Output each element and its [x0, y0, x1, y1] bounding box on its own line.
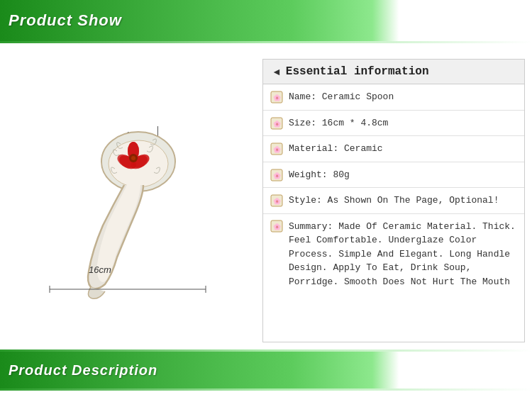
info-row-material: 🌸 Material: Ceramic — [263, 136, 524, 162]
spoon-svg — [28, 101, 241, 300]
product-show-banner: Product Show — [0, 0, 532, 41]
row-icon-size: 🌸 — [270, 117, 283, 130]
header-arrow-icon: ◄ — [272, 66, 282, 77]
info-row-size: 🌸 Size: 16cm * 4.8cm — [263, 111, 524, 137]
row-icon-summary: 🌸 — [270, 220, 283, 233]
svg-text:🌸: 🌸 — [273, 223, 282, 231]
row-icon-material: 🌸 — [270, 142, 283, 155]
main-content: 4.8cm — [0, 45, 532, 350]
info-row-weight: 🌸 Weight: 80g — [263, 162, 524, 189]
product-show-title: Product Show — [9, 11, 122, 30]
svg-text:🌸: 🌸 — [273, 145, 282, 154]
product-description-banner: Product Description — [0, 352, 532, 388]
info-name-text: Name: Ceramic Spoon — [289, 90, 394, 104]
row-icon-weight: 🌸 — [270, 169, 283, 181]
product-description-title: Product Description — [9, 362, 157, 379]
info-material-text: Material: Ceramic — [289, 142, 383, 156]
svg-text:🌸: 🌸 — [273, 94, 282, 102]
info-row-name: 🌸 Name: Ceramic Spoon — [263, 84, 524, 111]
dimension-length-label: 16cm — [89, 264, 111, 275]
info-size-text: Size: 16cm * 4.8cm — [289, 116, 388, 130]
info-style-text: Style: As Shown On The Page, Optional! — [289, 194, 499, 208]
info-summary-text: Summary: Made Of Ceramic Material. Thick… — [289, 220, 517, 289]
info-header: ◄ Essential information — [263, 60, 524, 84]
green-divider-top — [0, 41, 532, 43]
product-image-area: 4.8cm — [7, 59, 262, 342]
info-weight-text: Weight: 80g — [289, 168, 350, 182]
row-icon-style: 🌸 — [270, 194, 283, 207]
svg-point-9 — [131, 156, 135, 160]
svg-text:🌸: 🌸 — [273, 197, 282, 206]
info-row-style: 🌸 Style: As Shown On The Page, Optional! — [263, 188, 524, 214]
info-header-title: Essential information — [286, 65, 429, 78]
info-panel: ◄ Essential information 🌸 Name: Ceramic … — [262, 59, 525, 342]
row-icon-name: 🌸 — [270, 91, 283, 104]
spoon-container: 4.8cm — [21, 87, 248, 314]
info-row-summary: 🌸 Summary: Made Of Ceramic Material. Thi… — [263, 214, 524, 295]
green-divider-bottom2 — [0, 388, 532, 391]
svg-text:🌸: 🌸 — [273, 172, 282, 180]
svg-text:🌸: 🌸 — [273, 120, 282, 128]
